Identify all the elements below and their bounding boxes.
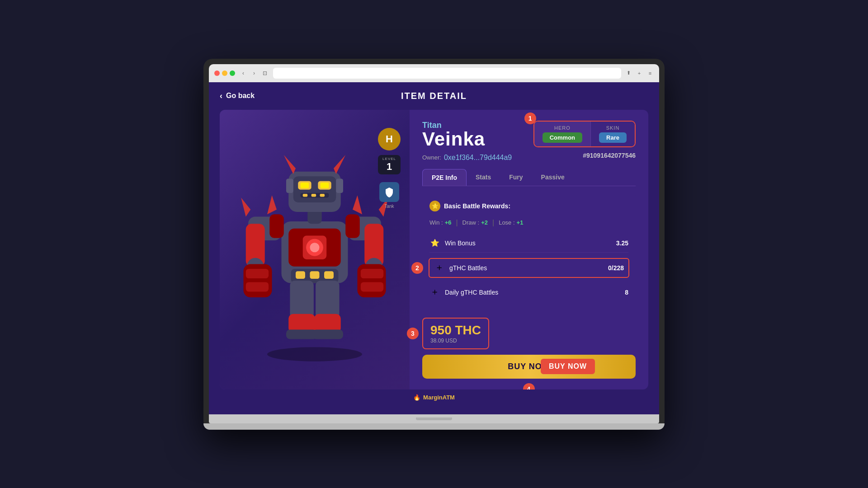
- price-thc: 950 THC: [430, 323, 481, 338]
- main-content: H LEVEL 1 Tank: [220, 110, 648, 389]
- owner-address: 0xe1f364...79d444a9: [444, 154, 512, 162]
- win-bonus-left: ⭐ Win Bonus: [429, 238, 476, 249]
- svg-rect-14: [246, 269, 269, 278]
- svg-rect-15: [246, 282, 269, 291]
- laptop-bottom: [209, 414, 659, 423]
- menu-icon[interactable]: ≡: [646, 70, 654, 77]
- role-badge: Tank: [378, 182, 401, 209]
- share-icon[interactable]: ⬆: [625, 70, 632, 77]
- type-selector: HERO Common SKIN Rare: [533, 121, 636, 147]
- svg-rect-42: [345, 214, 360, 238]
- skin-type-option[interactable]: SKIN Rare: [591, 122, 635, 146]
- minimize-icon[interactable]: [222, 70, 227, 76]
- logo-text: MarginATM: [423, 394, 455, 401]
- svg-rect-28: [321, 182, 329, 188]
- annotation-1: 1: [524, 113, 536, 124]
- tab-stats[interactable]: Stats: [467, 169, 500, 186]
- role-label: Tank: [384, 204, 394, 209]
- skin-type-value: Rare: [599, 132, 627, 143]
- daily-battles-row: ✕ Daily gTHC Battles 8: [429, 283, 628, 301]
- tab-passive[interactable]: Passive: [532, 169, 574, 186]
- gthc-label: gTHC Battles: [449, 264, 487, 272]
- bottom-bar: 🔥 MarginATM: [220, 389, 648, 405]
- back-arrow-icon: ‹: [220, 91, 222, 101]
- hero-type-value: Common: [542, 132, 582, 143]
- win-label: Win : +6: [429, 219, 451, 226]
- reward-icon: ⭐: [429, 201, 440, 211]
- win-bonus-value: 3.25: [616, 239, 628, 247]
- gthc-icon: ✕: [434, 263, 445, 273]
- divider-1: |: [456, 219, 458, 227]
- svg-point-5: [310, 243, 320, 252]
- skin-type-label: SKIN: [606, 125, 620, 131]
- logo-icon: 🔥: [413, 394, 420, 401]
- annotation-4: 4: [523, 383, 535, 389]
- laptop-base: [203, 423, 665, 430]
- role-icon: [379, 182, 399, 202]
- svg-rect-35: [290, 281, 314, 319]
- svg-rect-34: [336, 178, 343, 193]
- svg-rect-8: [310, 271, 320, 279]
- address-bar[interactable]: [273, 68, 621, 79]
- page-title: ITEM DETAIL: [401, 91, 467, 101]
- p2e-content: ⭐ Basic Battle Rewards: Win : +6 | Draw …: [422, 193, 636, 309]
- browser-content: ‹ Go back ITEM DETAIL H LEVEL 1: [209, 82, 659, 414]
- svg-point-0: [267, 347, 362, 361]
- hero-panel: H LEVEL 1 Tank: [220, 110, 410, 389]
- hero-image: [220, 110, 410, 380]
- fullscreen-icon[interactable]: [230, 70, 235, 76]
- token-id: #91091642077546: [583, 152, 636, 159]
- lose-label: Lose : +1: [499, 219, 523, 226]
- annotation-3: 3: [407, 328, 419, 339]
- window-button[interactable]: ⊡: [260, 69, 269, 78]
- svg-rect-38: [316, 281, 340, 319]
- svg-rect-7: [296, 271, 305, 279]
- rewards-values-row: Win : +6 | Draw : +2 | Lose : +1: [429, 216, 628, 230]
- draw-value: +2: [481, 219, 488, 226]
- hero-info: Titan Veinka Owner: 0xe1f364...79d444a9: [422, 121, 512, 162]
- hero-name: Veinka: [422, 128, 512, 150]
- battle-rewards-header: ⭐ Basic Battle Rewards:: [429, 201, 628, 211]
- daily-left: ✕ Daily gTHC Battles: [429, 287, 498, 298]
- svg-rect-30: [303, 194, 308, 197]
- forward-nav-button[interactable]: ›: [250, 69, 259, 78]
- win-bonus-icon: ⭐: [429, 238, 440, 249]
- info-tabs: P2E Info Stats Fury Passive: [422, 169, 636, 186]
- level-badge: LEVEL 1: [378, 155, 401, 174]
- svg-rect-27: [301, 182, 309, 188]
- buy-now-button[interactable]: BUY NOW BUY NOW 4: [422, 355, 636, 379]
- back-nav-button[interactable]: ‹: [239, 69, 248, 78]
- svg-rect-9: [324, 271, 334, 279]
- margin-atm-logo: 🔥 MarginATM: [413, 394, 455, 401]
- go-back-button[interactable]: ‹ Go back: [220, 91, 255, 101]
- svg-rect-41: [269, 214, 284, 238]
- close-icon[interactable]: [214, 70, 220, 76]
- lose-value: +1: [517, 219, 524, 226]
- daily-value: 8: [625, 289, 628, 296]
- gthc-left: ✕ gTHC Battles: [434, 263, 487, 273]
- hero-type-label: HERO: [554, 125, 571, 131]
- daily-icon: ✕: [429, 287, 440, 298]
- level-number: 1: [382, 161, 396, 173]
- buy-button-wrapper: BUY NOW BUY NOW 4: [422, 355, 636, 379]
- traffic-lights: [214, 70, 235, 76]
- svg-rect-21: [361, 282, 383, 291]
- browser-actions: ⬆ + ≡: [625, 70, 654, 77]
- bookmark-icon[interactable]: +: [636, 70, 643, 77]
- win-bonus-label: Win Bonus: [445, 239, 476, 247]
- tab-p2e-info[interactable]: P2E Info: [422, 169, 467, 186]
- basic-rewards-label: Basic Battle Rewards:: [444, 202, 510, 210]
- win-value: +6: [445, 219, 452, 226]
- svg-rect-40: [312, 329, 343, 339]
- annotation-2: 2: [411, 262, 423, 274]
- tab-fury[interactable]: Fury: [500, 169, 532, 186]
- hero-type-option[interactable]: HERO Common: [534, 122, 590, 146]
- level-label: LEVEL: [382, 157, 396, 161]
- page-header: ‹ Go back ITEM DETAIL: [220, 91, 648, 101]
- type-selector-wrapper: 1 HERO Common SKIN Rare: [533, 121, 636, 147]
- price-box: 3 950 THC 38.09 USD: [422, 318, 489, 349]
- hero-badge: H: [378, 128, 401, 150]
- laptop-notch: [416, 418, 452, 420]
- detail-panel: Titan Veinka Owner: 0xe1f364...79d444a9 …: [410, 110, 648, 389]
- browser-chrome: ‹ › ⊡ ⬆ + ≡: [209, 64, 659, 82]
